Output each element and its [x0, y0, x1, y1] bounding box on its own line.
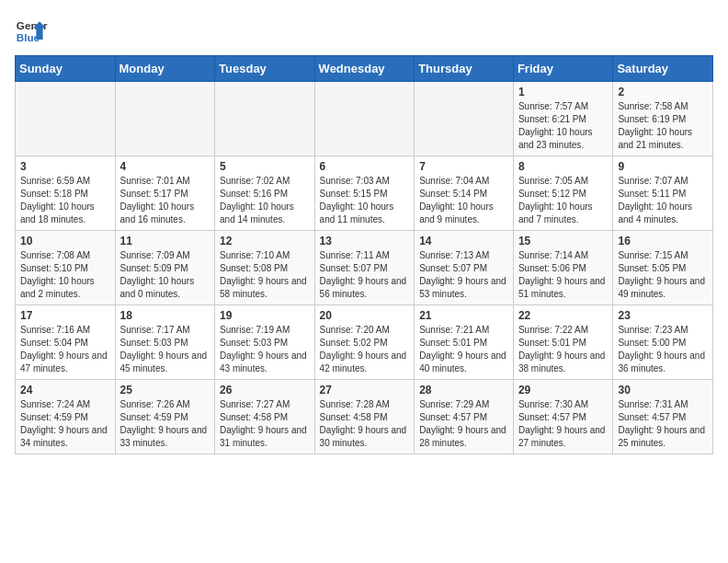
calendar-cell: 6Sunrise: 7:03 AM Sunset: 5:15 PM Daylig… — [314, 156, 415, 231]
day-number: 30 — [618, 384, 708, 396]
calendar-cell: 12Sunrise: 7:10 AM Sunset: 5:08 PM Dayli… — [215, 231, 315, 305]
calendar-cell — [115, 82, 215, 156]
calendar-week: 17Sunrise: 7:16 AM Sunset: 5:04 PM Dayli… — [16, 305, 713, 380]
day-number: 19 — [220, 309, 310, 322]
day-info: Sunrise: 7:20 AM Sunset: 5:02 PM Dayligh… — [320, 324, 410, 375]
calendar-cell: 3Sunrise: 6:59 AM Sunset: 5:18 PM Daylig… — [16, 156, 116, 231]
calendar-week: 1Sunrise: 7:57 AM Sunset: 6:21 PM Daylig… — [16, 82, 713, 156]
calendar-cell: 10Sunrise: 7:08 AM Sunset: 5:10 PM Dayli… — [16, 231, 116, 305]
day-info: Sunrise: 7:22 AM Sunset: 5:01 PM Dayligh… — [518, 324, 609, 375]
day-info: Sunrise: 6:59 AM Sunset: 5:18 PM Dayligh… — [20, 175, 110, 226]
day-info: Sunrise: 7:08 AM Sunset: 5:10 PM Dayligh… — [20, 249, 110, 301]
day-info: Sunrise: 7:11 AM Sunset: 5:07 PM Dayligh… — [320, 249, 410, 301]
day-info: Sunrise: 7:04 AM Sunset: 5:14 PM Dayligh… — [419, 175, 508, 226]
day-number: 18 — [120, 309, 210, 322]
day-number: 10 — [20, 235, 110, 247]
day-number: 2 — [618, 86, 708, 98]
day-info: Sunrise: 7:57 AM Sunset: 6:21 PM Dayligh… — [518, 100, 609, 152]
day-number: 5 — [220, 160, 310, 173]
day-info: Sunrise: 7:29 AM Sunset: 4:57 PM Dayligh… — [419, 398, 508, 450]
day-info: Sunrise: 7:05 AM Sunset: 5:12 PM Dayligh… — [518, 175, 609, 226]
day-info: Sunrise: 7:19 AM Sunset: 5:03 PM Dayligh… — [220, 324, 310, 375]
day-info: Sunrise: 7:17 AM Sunset: 5:03 PM Dayligh… — [120, 324, 210, 375]
day-info: Sunrise: 7:07 AM Sunset: 5:11 PM Dayligh… — [618, 175, 708, 226]
calendar-week: 24Sunrise: 7:24 AM Sunset: 4:59 PM Dayli… — [16, 380, 713, 454]
day-info: Sunrise: 7:09 AM Sunset: 5:09 PM Dayligh… — [120, 249, 210, 301]
day-number: 1 — [518, 86, 609, 98]
calendar-cell: 25Sunrise: 7:26 AM Sunset: 4:59 PM Dayli… — [115, 380, 215, 454]
day-info: Sunrise: 7:27 AM Sunset: 4:58 PM Dayligh… — [220, 398, 310, 450]
day-info: Sunrise: 7:24 AM Sunset: 4:59 PM Dayligh… — [20, 398, 110, 450]
calendar-cell: 9Sunrise: 7:07 AM Sunset: 5:11 PM Daylig… — [613, 156, 713, 231]
calendar-cell: 24Sunrise: 7:24 AM Sunset: 4:59 PM Dayli… — [16, 380, 116, 454]
day-number: 29 — [518, 384, 609, 396]
day-number: 26 — [220, 384, 310, 396]
day-number: 20 — [320, 309, 410, 322]
day-number: 17 — [20, 309, 110, 322]
calendar-cell: 20Sunrise: 7:20 AM Sunset: 5:02 PM Dayli… — [314, 305, 415, 380]
calendar-cell — [16, 82, 116, 156]
day-info: Sunrise: 7:15 AM Sunset: 5:05 PM Dayligh… — [618, 249, 708, 301]
day-number: 15 — [518, 235, 609, 247]
calendar-body: 1Sunrise: 7:57 AM Sunset: 6:21 PM Daylig… — [16, 82, 713, 454]
calendar-week: 10Sunrise: 7:08 AM Sunset: 5:10 PM Dayli… — [16, 231, 713, 305]
day-number: 9 — [618, 160, 708, 173]
day-info: Sunrise: 7:28 AM Sunset: 4:58 PM Dayligh… — [320, 398, 410, 450]
calendar-cell: 16Sunrise: 7:15 AM Sunset: 5:05 PM Dayli… — [613, 231, 713, 305]
day-number: 6 — [320, 160, 410, 173]
day-number: 27 — [320, 384, 410, 396]
calendar-header: SundayMondayTuesdayWednesdayThursdayFrid… — [16, 56, 713, 82]
weekday-header: Saturday — [613, 56, 713, 82]
weekday-header: Thursday — [415, 56, 514, 82]
logo-icon: General Blue — [15, 15, 48, 48]
calendar-cell: 7Sunrise: 7:04 AM Sunset: 5:14 PM Daylig… — [415, 156, 514, 231]
weekday-header: Sunday — [16, 56, 116, 82]
day-info: Sunrise: 7:26 AM Sunset: 4:59 PM Dayligh… — [120, 398, 210, 450]
calendar-cell: 29Sunrise: 7:30 AM Sunset: 4:57 PM Dayli… — [513, 380, 613, 454]
day-number: 21 — [419, 309, 508, 322]
calendar-cell — [415, 82, 514, 156]
logo: General Blue — [15, 15, 48, 48]
day-number: 11 — [120, 235, 210, 247]
calendar-cell: 17Sunrise: 7:16 AM Sunset: 5:04 PM Dayli… — [16, 305, 116, 380]
calendar-cell: 22Sunrise: 7:22 AM Sunset: 5:01 PM Dayli… — [513, 305, 613, 380]
day-number: 7 — [419, 160, 508, 173]
calendar-cell: 13Sunrise: 7:11 AM Sunset: 5:07 PM Dayli… — [314, 231, 415, 305]
calendar-cell: 21Sunrise: 7:21 AM Sunset: 5:01 PM Dayli… — [415, 305, 514, 380]
day-info: Sunrise: 7:31 AM Sunset: 4:57 PM Dayligh… — [618, 398, 708, 450]
day-number: 23 — [618, 309, 708, 322]
calendar-cell: 1Sunrise: 7:57 AM Sunset: 6:21 PM Daylig… — [513, 82, 613, 156]
day-info: Sunrise: 7:02 AM Sunset: 5:16 PM Dayligh… — [220, 175, 310, 226]
day-number: 24 — [20, 384, 110, 396]
calendar-cell — [314, 82, 415, 156]
day-info: Sunrise: 7:10 AM Sunset: 5:08 PM Dayligh… — [220, 249, 310, 301]
day-number: 8 — [518, 160, 609, 173]
calendar-cell: 5Sunrise: 7:02 AM Sunset: 5:16 PM Daylig… — [215, 156, 315, 231]
day-number: 25 — [120, 384, 210, 396]
calendar-cell: 8Sunrise: 7:05 AM Sunset: 5:12 PM Daylig… — [513, 156, 613, 231]
day-number: 16 — [618, 235, 708, 247]
calendar-cell: 26Sunrise: 7:27 AM Sunset: 4:58 PM Dayli… — [215, 380, 315, 454]
day-info: Sunrise: 7:21 AM Sunset: 5:01 PM Dayligh… — [419, 324, 508, 375]
day-info: Sunrise: 7:03 AM Sunset: 5:15 PM Dayligh… — [320, 175, 410, 226]
calendar-cell: 2Sunrise: 7:58 AM Sunset: 6:19 PM Daylig… — [613, 82, 713, 156]
day-info: Sunrise: 7:30 AM Sunset: 4:57 PM Dayligh… — [518, 398, 609, 450]
day-info: Sunrise: 7:58 AM Sunset: 6:19 PM Dayligh… — [618, 100, 708, 152]
calendar-week: 3Sunrise: 6:59 AM Sunset: 5:18 PM Daylig… — [16, 156, 713, 231]
calendar-cell: 28Sunrise: 7:29 AM Sunset: 4:57 PM Dayli… — [415, 380, 514, 454]
weekday-header: Monday — [115, 56, 215, 82]
calendar-cell: 19Sunrise: 7:19 AM Sunset: 5:03 PM Dayli… — [215, 305, 315, 380]
day-number: 22 — [518, 309, 609, 322]
calendar-cell: 18Sunrise: 7:17 AM Sunset: 5:03 PM Dayli… — [115, 305, 215, 380]
calendar-cell: 30Sunrise: 7:31 AM Sunset: 4:57 PM Dayli… — [613, 380, 713, 454]
calendar-cell: 4Sunrise: 7:01 AM Sunset: 5:17 PM Daylig… — [115, 156, 215, 231]
day-info: Sunrise: 7:23 AM Sunset: 5:00 PM Dayligh… — [618, 324, 708, 375]
day-info: Sunrise: 7:13 AM Sunset: 5:07 PM Dayligh… — [419, 249, 508, 301]
calendar-cell: 15Sunrise: 7:14 AM Sunset: 5:06 PM Dayli… — [513, 231, 613, 305]
weekday-header: Tuesday — [215, 56, 315, 82]
day-number: 4 — [120, 160, 210, 173]
day-number: 12 — [220, 235, 310, 247]
calendar: SundayMondayTuesdayWednesdayThursdayFrid… — [15, 55, 713, 454]
calendar-cell: 23Sunrise: 7:23 AM Sunset: 5:00 PM Dayli… — [613, 305, 713, 380]
day-info: Sunrise: 7:16 AM Sunset: 5:04 PM Dayligh… — [20, 324, 110, 375]
